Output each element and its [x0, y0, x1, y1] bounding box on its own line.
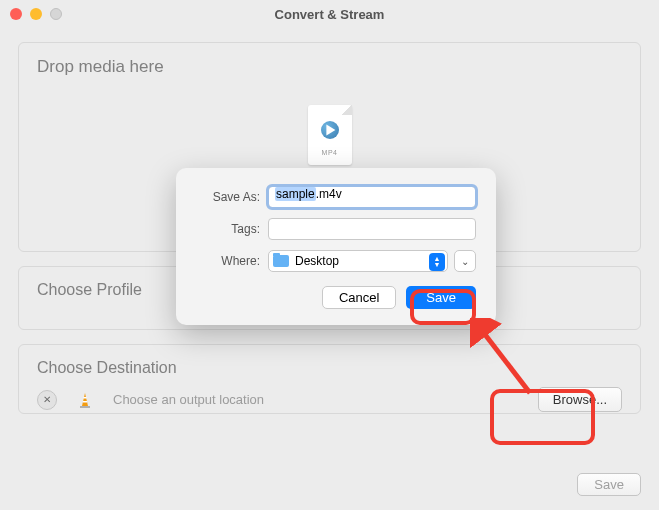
- tags-input[interactable]: [268, 218, 476, 240]
- browse-button[interactable]: Browse...: [538, 387, 622, 412]
- media-file-thumb[interactable]: MP4: [308, 105, 352, 165]
- clear-destination-button[interactable]: ✕: [37, 390, 57, 410]
- minimize-window-icon[interactable]: [30, 8, 42, 20]
- svg-marker-0: [326, 124, 335, 135]
- svg-rect-3: [84, 397, 87, 399]
- chevron-down-icon: ⌄: [461, 256, 469, 267]
- save-button[interactable]: Save: [406, 286, 476, 309]
- svg-marker-1: [82, 393, 88, 406]
- close-window-icon[interactable]: [10, 8, 22, 20]
- cancel-button[interactable]: Cancel: [322, 286, 396, 309]
- choose-destination-title: Choose Destination: [37, 359, 622, 377]
- main-save-button[interactable]: Save: [577, 473, 641, 496]
- expand-dialog-button[interactable]: ⌄: [454, 250, 476, 272]
- where-dropdown[interactable]: Desktop ▲▼: [268, 250, 448, 272]
- zoom-window-icon: [50, 8, 62, 20]
- filename-selected-text: sample: [275, 187, 316, 201]
- updown-arrows-icon: ▲▼: [429, 253, 445, 271]
- window-title: Convert & Stream: [0, 7, 659, 22]
- save-dialog-sheet: Save As: sample.m4v Tags: Where: Desktop…: [176, 168, 496, 325]
- where-value: Desktop: [295, 254, 339, 268]
- save-as-input[interactable]: sample.m4v: [268, 186, 476, 208]
- choose-destination-panel: Choose Destination ✕ Choose an output lo…: [18, 344, 641, 414]
- destination-hint: Choose an output location: [113, 392, 520, 407]
- file-extension-label: MP4: [322, 149, 338, 156]
- folder-icon: [273, 255, 289, 267]
- svg-rect-2: [80, 406, 90, 408]
- choose-profile-title: Choose Profile: [37, 281, 142, 299]
- where-label: Where:: [196, 254, 260, 268]
- traffic-lights: [10, 8, 62, 20]
- vlc-cone-icon: [75, 390, 95, 410]
- save-as-label: Save As:: [196, 190, 260, 204]
- tags-label: Tags:: [196, 222, 260, 236]
- filename-extension-text: .m4v: [316, 187, 342, 201]
- drop-media-title: Drop media here: [37, 57, 622, 77]
- svg-rect-4: [83, 401, 87, 403]
- quicktime-icon: [321, 121, 339, 139]
